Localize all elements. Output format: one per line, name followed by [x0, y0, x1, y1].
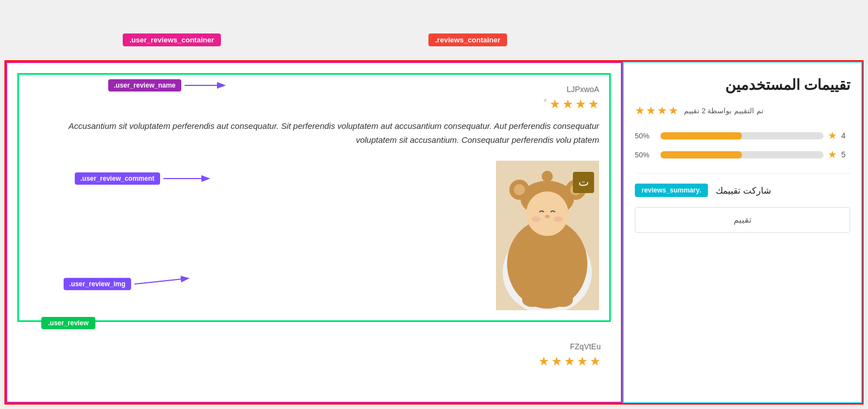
- second-review: FZqVtEu ★ ★ ★ ★ ★: [7, 332, 621, 374]
- share-rating-section: شاركت تقييمك .reviews_summary تقييم: [635, 173, 850, 233]
- user-review: LJPxwoA ★ ★ ★ ★ ★ Accusantium sit volupt…: [17, 73, 611, 322]
- svg-text:ت: ت: [578, 176, 589, 188]
- svg-point-7: [545, 215, 549, 218]
- svg-point-11: [514, 184, 525, 195]
- user-review-name-annotation: .user_review_name: [108, 79, 229, 92]
- svg-line-19: [134, 278, 187, 284]
- rate-button[interactable]: تقييم: [635, 207, 850, 233]
- img-arrow: [134, 276, 196, 292]
- bar-percent-5: 50%: [635, 151, 656, 159]
- bar-row-5: 50% ★ 5: [635, 148, 850, 161]
- star-4: ★: [588, 97, 599, 112]
- user-reviews-container-label: .user_reviews_container: [123, 35, 221, 45]
- bar-star-icon-5: ★: [828, 148, 837, 161]
- star-1: ★: [549, 97, 561, 112]
- bar-star-num-5: 5: [841, 150, 850, 159]
- user-review-comment: Accusantium sit voluptatem perferendis a…: [29, 119, 599, 147]
- second-review-name: FZqVtEu: [27, 342, 601, 351]
- svg-point-6: [526, 191, 568, 236]
- avg-text: تم التقييم بواسطة 2 تقييم: [684, 107, 764, 115]
- user-review-img: ت: [496, 161, 599, 310]
- average-rating-row: تم التقييم بواسطة 2 تقييم ★ ★ ★ ★: [635, 104, 850, 117]
- rating-bars: 50% ★ 4 50% ★ 5: [635, 129, 850, 161]
- reviews-title: تقييمات المستخدمين: [635, 76, 850, 94]
- star-3: ★: [575, 97, 586, 112]
- user-review-img-annotation: .user_review_img: [64, 276, 196, 292]
- svg-point-9: [554, 216, 563, 222]
- bar-row-4: 50% ★ 4: [635, 129, 850, 142]
- main-wrapper: LJPxwoA ★ ★ ★ ★ ★ Accusantium sit volupt…: [4, 60, 864, 405]
- user-review-comment-annotation: .user_review_comment: [75, 172, 214, 185]
- name-arrow: [185, 80, 229, 91]
- avg-stars: ★ ★ ★ ★: [635, 104, 678, 117]
- second-review-stars: ★ ★ ★ ★ ★: [27, 354, 601, 369]
- bar-fill-5: [660, 151, 742, 158]
- stars-row: ★ ★ ★ ★ ★: [29, 97, 599, 112]
- star-2: ★: [562, 97, 573, 112]
- reviews-summary-label: .reviews_summary: [635, 184, 708, 197]
- user-review-green-label: .user_review: [41, 317, 95, 329]
- bar-star-icon-4: ★: [828, 129, 837, 142]
- bar-track-4: [660, 132, 823, 139]
- bar-star-num-4: 4: [841, 131, 850, 140]
- reviews-container: تقييمات المستخدمين تم التقييم بواسطة 2 ت…: [623, 61, 862, 403]
- svg-point-13: [522, 293, 542, 307]
- user-reviews-container: LJPxwoA ★ ★ ★ ★ ★ Accusantium sit volupt…: [6, 61, 623, 403]
- svg-point-10: [542, 171, 553, 182]
- baby-illustration: ت: [496, 161, 599, 310]
- share-text: شاركت تقييمك: [716, 185, 770, 196]
- svg-point-14: [553, 293, 573, 307]
- empty-star: ★: [543, 97, 548, 112]
- bar-track-5: [660, 151, 823, 158]
- bar-percent-4: 50%: [635, 132, 656, 140]
- bar-fill-4: [660, 132, 742, 139]
- reviews-container-label: .reviews_container: [428, 35, 507, 45]
- comment-arrow: [163, 173, 214, 184]
- svg-point-8: [532, 216, 541, 222]
- share-row: شاركت تقييمك .reviews_summary: [635, 184, 850, 197]
